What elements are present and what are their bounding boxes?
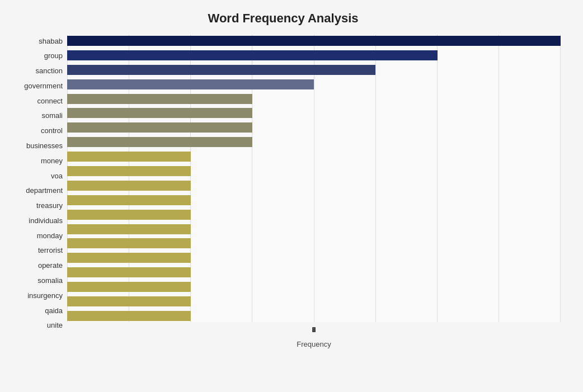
bar-row (67, 310, 561, 322)
bar-shabab (67, 36, 561, 46)
y-label-treasury: treasury (36, 200, 63, 212)
y-label-shabab: shabab (39, 35, 63, 47)
bar-row (67, 64, 561, 76)
bar-treasury (67, 195, 191, 205)
y-label-control: control (41, 125, 63, 137)
bar-row (67, 121, 561, 134)
bar-row (67, 93, 561, 105)
bar-row (67, 281, 561, 293)
y-label-qaida: qaida (45, 304, 63, 317)
bar-row (67, 194, 561, 206)
bar-row (67, 136, 561, 148)
bar-operate (67, 253, 191, 263)
y-label-government: government (24, 79, 63, 92)
y-label-somalia: somalia (37, 275, 63, 287)
bar-government (67, 79, 314, 89)
bar-row (67, 35, 561, 47)
y-label-businesses: businesses (26, 139, 63, 152)
bar-row (67, 49, 561, 62)
bar-row (67, 295, 561, 308)
y-label-unite: unite (47, 319, 63, 332)
bar-row (67, 252, 561, 264)
x-tick-8: 8 (312, 326, 316, 334)
bar-businesses (67, 137, 252, 147)
y-label-somali: somali (41, 110, 63, 122)
y-axis: shababgroupsanctiongovernmentconnectsoma… (6, 35, 67, 348)
y-label-department: department (26, 185, 63, 197)
bar-connect (67, 94, 252, 104)
bar-somali (67, 108, 252, 118)
bar-row (67, 266, 561, 278)
chart-container: Word Frequency Analysis shababgroupsanct… (0, 0, 583, 392)
bar-money (67, 152, 191, 162)
bars-container (67, 35, 561, 322)
bar-voa (67, 166, 191, 176)
y-label-connect: connect (37, 95, 63, 107)
bar-insurgency (67, 282, 191, 292)
y-label-monday: monday (37, 229, 63, 242)
bar-row (67, 237, 561, 249)
y-label-group: group (44, 50, 63, 62)
y-label-insurgency: insurgency (27, 289, 63, 301)
x-axis-wrap: 012345678 Frequency (67, 322, 561, 348)
bar-group (67, 50, 438, 60)
bar-row (67, 150, 561, 163)
bar-unite (67, 311, 191, 321)
y-label-voa: voa (51, 169, 63, 182)
bar-terrorist (67, 238, 191, 248)
bar-row (67, 107, 561, 119)
bar-row (67, 180, 561, 192)
bar-qaida (67, 296, 191, 306)
y-label-operate: operate (38, 259, 63, 272)
bar-control (67, 122, 252, 133)
y-label-individuals: individuals (29, 214, 63, 226)
chart-title: Word Frequency Analysis (6, 11, 561, 26)
bar-monday (67, 224, 191, 234)
bar-row (67, 209, 561, 221)
bar-sanction (67, 65, 375, 75)
plot-area: 012345678 Frequency (67, 35, 561, 348)
bar-individuals (67, 210, 191, 220)
y-label-terrorist: terrorist (38, 244, 63, 257)
y-label-money: money (41, 154, 63, 167)
chart-area: shababgroupsanctiongovernmentconnectsoma… (6, 35, 561, 348)
bar-department (67, 181, 191, 191)
bar-row (67, 223, 561, 235)
bar-row (67, 78, 561, 91)
y-label-sanction: sanction (36, 65, 63, 77)
x-axis-label: Frequency (67, 340, 561, 348)
bar-somalia (67, 267, 191, 277)
bar-row (67, 165, 561, 177)
